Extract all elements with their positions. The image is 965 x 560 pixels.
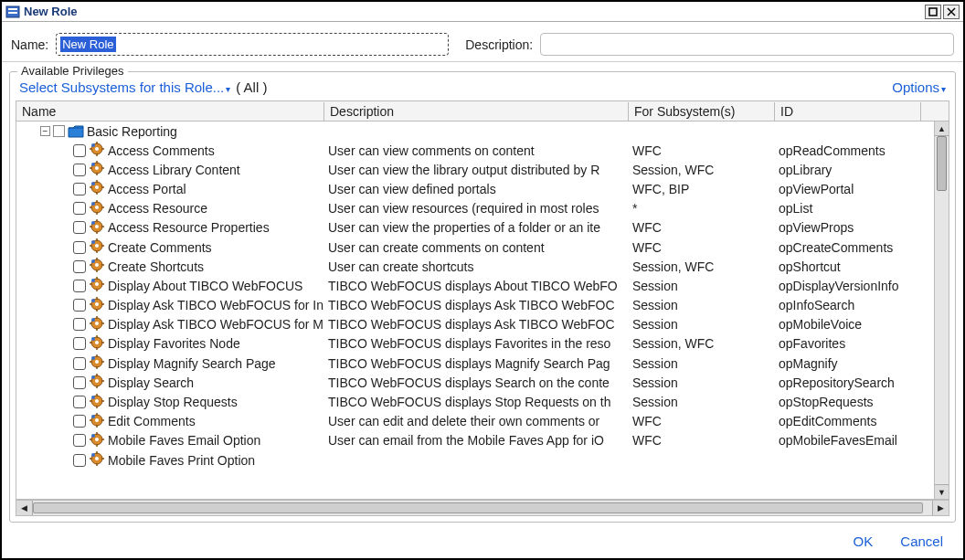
- privilege-name: Display Stop Requests: [108, 395, 238, 409]
- close-button[interactable]: [943, 5, 960, 19]
- privilege-checkbox[interactable]: [73, 221, 86, 234]
- privilege-description: User can view resources (required in mos…: [324, 201, 629, 216]
- privilege-checkbox[interactable]: [73, 415, 86, 428]
- scroll-thumb-horizontal[interactable]: [33, 502, 923, 513]
- privilege-row[interactable]: Display About TIBCO WebFOCUSTIBCO WebFOC…: [16, 276, 934, 295]
- select-subsystems-dropdown[interactable]: Select Subsystems for this Role...: [19, 79, 230, 95]
- description-input[interactable]: [540, 33, 954, 56]
- privilege-row[interactable]: Access CommentsUser can view comments on…: [16, 141, 934, 160]
- privilege-name: Create Comments: [108, 240, 212, 255]
- privilege-row[interactable]: Display Ask TIBCO WebFOCUS for InTIBCO W…: [16, 296, 934, 315]
- privilege-checkbox[interactable]: [73, 280, 86, 292]
- tree-collapse-icon[interactable]: −: [40, 126, 50, 136]
- new-role-dialog: New Role Name: New Role Description: Ava…: [0, 0, 965, 560]
- privilege-subsystem: Session: [629, 375, 775, 390]
- privilege-subsystem: Session: [629, 298, 775, 312]
- privilege-row[interactable]: Access Library ContentUser can view the …: [16, 160, 934, 179]
- group-label: Basic Reporting: [87, 124, 177, 139]
- horizontal-scrollbar[interactable]: ◀ ▶: [16, 500, 949, 516]
- privilege-id: opStopRequests: [775, 395, 921, 409]
- group-row-basic-reporting[interactable]: − Basic Reporting: [16, 122, 934, 141]
- privilege-row[interactable]: Display Stop RequestsTIBCO WebFOCUS disp…: [16, 392, 934, 411]
- privilege-id: opMagnify: [775, 356, 921, 371]
- privilege-checkbox[interactable]: [73, 260, 86, 273]
- privilege-icon: [90, 297, 104, 314]
- privilege-subsystem: WFC, BIP: [629, 182, 775, 196]
- scroll-thumb-vertical[interactable]: [937, 136, 947, 191]
- svg-point-98: [95, 399, 99, 403]
- scroll-up-button[interactable]: ▲: [935, 122, 949, 136]
- privilege-row[interactable]: Display Magnify Search PageTIBCO WebFOCU…: [16, 354, 934, 373]
- privilege-checkbox[interactable]: [73, 357, 86, 370]
- scroll-down-button[interactable]: ▼: [935, 484, 949, 499]
- privilege-name: Edit Comments: [108, 414, 196, 428]
- cancel-button[interactable]: Cancel: [900, 534, 943, 549]
- privilege-checkbox[interactable]: [73, 454, 86, 467]
- privilege-row[interactable]: Create ShortcutsUser can create shortcut…: [16, 257, 934, 276]
- privilege-row[interactable]: Create CommentsUser can create comments …: [16, 238, 934, 257]
- privilege-id: opFavorites: [775, 336, 921, 351]
- privilege-subsystem: Session: [629, 317, 775, 332]
- privilege-subsystem: Session: [629, 356, 775, 371]
- svg-point-49: [95, 263, 99, 267]
- svg-point-96: [91, 375, 95, 379]
- privilege-description: User can create comments on content: [324, 240, 629, 255]
- svg-point-56: [95, 282, 99, 286]
- privilege-checkbox[interactable]: [73, 337, 86, 350]
- vertical-scrollbar[interactable]: ▲ ▼: [934, 122, 949, 499]
- svg-point-63: [95, 302, 99, 306]
- privilege-name: Display Ask TIBCO WebFOCUS for M: [108, 317, 323, 332]
- privilege-checkbox[interactable]: [73, 318, 86, 331]
- svg-point-47: [91, 240, 95, 244]
- scroll-right-button[interactable]: ▶: [932, 501, 949, 515]
- group-checkbox[interactable]: [53, 125, 65, 137]
- maximize-button[interactable]: [925, 5, 941, 19]
- col-header-subsystem[interactable]: For Subsystem(s): [629, 102, 775, 121]
- privilege-subsystem: *: [629, 201, 775, 216]
- privilege-checkbox[interactable]: [73, 144, 86, 157]
- privilege-id: opViewProps: [775, 220, 921, 235]
- svg-point-35: [95, 225, 99, 228]
- col-header-id[interactable]: ID: [775, 102, 921, 121]
- privilege-row[interactable]: Display Ask TIBCO WebFOCUS for MTIBCO We…: [16, 315, 934, 334]
- privilege-row[interactable]: Access PortalUser can view defined porta…: [16, 179, 934, 198]
- name-input[interactable]: New Role: [56, 33, 449, 56]
- privilege-name: Access Resource Properties: [108, 220, 270, 235]
- svg-point-12: [91, 143, 95, 147]
- svg-point-70: [95, 322, 99, 325]
- privilege-row[interactable]: Mobile Faves Email OptionUser can email …: [16, 431, 934, 450]
- privilege-id: opList: [775, 201, 921, 216]
- window-title: New Role: [24, 5, 925, 18]
- privilege-checkbox[interactable]: [73, 202, 86, 215]
- privilege-checkbox[interactable]: [73, 396, 86, 408]
- col-header-description[interactable]: Description: [324, 102, 629, 121]
- scroll-left-button[interactable]: ◀: [16, 501, 33, 515]
- privilege-description: User can create shortcuts: [324, 259, 629, 274]
- titlebar: New Role: [2, 2, 963, 22]
- privilege-description: User can email from the Mobile Faves App…: [324, 433, 629, 448]
- privilege-id: opInfoSearch: [775, 298, 921, 312]
- privilege-row[interactable]: Display SearchTIBCO WebFOCUS displays Se…: [16, 373, 934, 392]
- folder-icon: [68, 125, 84, 138]
- ok-button[interactable]: OK: [854, 534, 874, 549]
- privilege-checkbox[interactable]: [73, 376, 86, 389]
- options-dropdown[interactable]: Options: [892, 79, 946, 95]
- privilege-checkbox[interactable]: [73, 164, 86, 176]
- privilege-id: opDisplayVersionInfo: [775, 279, 921, 293]
- privilege-row[interactable]: Display Favorites NodeTIBCO WebFOCUS dis…: [16, 334, 934, 354]
- privilege-checkbox[interactable]: [73, 241, 86, 254]
- svg-point-124: [91, 453, 95, 457]
- svg-point-42: [95, 244, 99, 248]
- privilege-row[interactable]: Mobile Faves Print Option: [16, 450, 934, 470]
- table-header: Name Description For Subsystem(s) ID: [16, 101, 949, 122]
- privilege-id: opLibrary: [775, 163, 921, 177]
- privilege-checkbox[interactable]: [73, 183, 86, 195]
- privilege-row[interactable]: Access ResourceUser can view resources (…: [16, 199, 934, 218]
- privilege-row[interactable]: Edit CommentsUser can edit and delete th…: [16, 412, 934, 431]
- privilege-icon: [90, 161, 104, 178]
- privilege-row[interactable]: Access Resource PropertiesUser can view …: [16, 218, 934, 238]
- privilege-checkbox[interactable]: [73, 434, 86, 447]
- privilege-checkbox[interactable]: [73, 299, 86, 312]
- privilege-id: opMobileVoice: [775, 317, 921, 332]
- col-header-name[interactable]: Name: [16, 102, 324, 121]
